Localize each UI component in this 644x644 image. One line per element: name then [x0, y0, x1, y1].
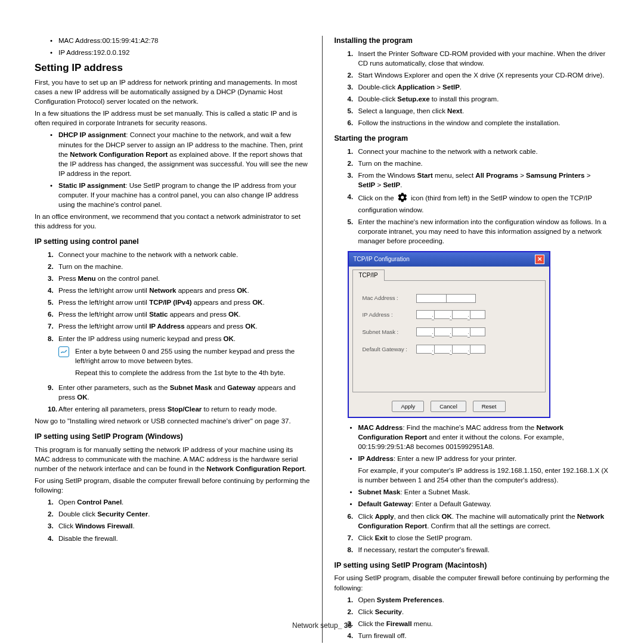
bullet-ip: IP Address:192.0.0.192 [48, 48, 310, 57]
static-item: Static IP assignment: Use SetIP program … [48, 181, 310, 209]
cancel-button[interactable]: Cancel [431, 401, 466, 412]
step: Click on the icon (third from left) in t… [348, 192, 610, 215]
close-icon[interactable]: ✕ [535, 255, 544, 264]
heading-installing: Installing the program [335, 36, 610, 47]
ip-input[interactable]: ... [416, 310, 485, 320]
step: Enter other parameters, such as the Subn… [48, 383, 310, 402]
heading-starting: Starting the program [335, 134, 610, 144]
step: Click Apply, and then click OK. The mach… [348, 512, 610, 531]
gateway-input[interactable]: ... [416, 345, 485, 355]
page-body: MAC Address:00:15:99:41:A2:78 IP Address… [35, 36, 609, 643]
step: From the Windows Start menu, select All … [348, 171, 610, 190]
para: For using SetIP program, disable the com… [35, 476, 310, 495]
step: Follow the instructions in the window an… [348, 118, 610, 128]
para: Now go to "Installing wired network or U… [35, 416, 310, 426]
tcpip-dialog: TCP/IP Configuration ✕ TCP/IP Mac Addres… [348, 251, 550, 418]
step: Double-click Application > SetIP. [348, 82, 610, 92]
subnet-input[interactable]: ... [416, 327, 485, 338]
step: Disable the firewall. [48, 534, 310, 543]
mac-input[interactable] [416, 294, 476, 303]
step: Press the left/right arrow until Network… [48, 286, 310, 295]
step: Enter the machine's new information into… [348, 217, 610, 246]
steps-control-panel-cont: Enter other parameters, such as the Subn… [35, 383, 310, 414]
step: Click Security. [348, 607, 610, 617]
para: This program is for manually setting the… [35, 445, 310, 473]
right-column: Installing the program Insert the Printe… [335, 36, 610, 643]
step: Enter the IP address using numeric keypa… [48, 334, 310, 343]
step: Double-click Setup.exe to install this p… [348, 94, 610, 104]
bullet-mac: MAC Address:00:15:99:41:A2:78 [48, 36, 310, 45]
left-column: MAC Address:00:15:99:41:A2:78 IP Address… [35, 36, 310, 643]
step: Press the left/right arrow until IP Addr… [48, 321, 310, 331]
apply-button[interactable]: Apply [392, 401, 424, 412]
step: Turn firewall off. [348, 631, 610, 640]
step: Connect your machine to the network with… [48, 250, 310, 259]
reset-button[interactable]: Reset [473, 401, 506, 412]
step: Press Menu on the control panel. [48, 274, 310, 283]
steps-firewall-mac: Open System Preferences. Click Security.… [335, 595, 610, 640]
note-box: Enter a byte between 0 and 255 using the… [35, 346, 310, 380]
desc-subnet: Subnet Mask: Enter a Subnet Mask. [348, 487, 610, 497]
step: Turn on the machine. [348, 159, 610, 168]
column-divider [322, 36, 323, 643]
steps-install: Insert the Printer Software CD-ROM provi… [335, 49, 610, 128]
para: In an office environment, we recommend t… [35, 212, 310, 231]
step: Open Control Panel. [48, 497, 310, 507]
label-mac: Mac Address : [363, 294, 416, 302]
dialog-tabs: TCP/IP [349, 267, 549, 280]
assignment-list: DHCP IP assignment: Connect your machine… [35, 130, 310, 209]
tab-tcpip[interactable]: TCP/IP [352, 270, 385, 281]
step: Turn on the machine. [48, 262, 310, 271]
heading-setting-ip: Setting IP address [35, 61, 310, 75]
steps-firewall-win: Open Control Panel. Double click Securit… [35, 497, 310, 543]
label-ip: IP Address : [363, 311, 416, 318]
desc-ip: IP Address: Enter a new IP address for y… [348, 454, 610, 485]
note-text: Enter a byte between 0 and 255 using the… [75, 346, 310, 380]
dialog-body: Mac Address : IP Address :... Subnet Mas… [352, 280, 546, 392]
page-footer: Network setup_ 36 [0, 621, 644, 631]
step: If necessary, restart the computer's fir… [348, 545, 610, 555]
gear-icon [397, 192, 408, 205]
step: Start Windows Explorer and open the X dr… [348, 70, 610, 80]
step: Click Exit to close the SetIP program. [348, 533, 610, 543]
dhcp-item: DHCP IP assignment: Connect your machine… [48, 130, 310, 178]
para: In a few situations the IP address must … [35, 109, 310, 128]
label-gateway: Default Gateway : [363, 345, 416, 353]
desc-mac: MAC Address: Find the machine's MAC addr… [348, 423, 610, 451]
heading-setip-windows: IP setting using SetIP Program (Windows) [35, 432, 310, 442]
note-icon [58, 346, 69, 357]
dialog-title: TCP/IP Configuration [354, 255, 410, 264]
steps-control-panel: Connect your machine to the network with… [35, 250, 310, 343]
step: Double click Security Center. [48, 509, 310, 519]
heading-setip-mac: IP setting using SetIP Program (Macintos… [335, 561, 610, 571]
step: Open System Preferences. [348, 595, 610, 605]
para: For using SetIP program, disable the com… [335, 573, 610, 592]
step: Connect your machine to the network with… [348, 147, 610, 156]
para: First, you have to set up an IP address … [35, 78, 310, 106]
desc-gateway: Default Gateway: Enter a Default Gateway… [348, 499, 610, 509]
heading-control-panel: IP setting using control panel [35, 237, 310, 247]
field-descriptions: MAC Address: Find the machine's MAC addr… [335, 423, 610, 509]
step: After entering all parameters, press Sto… [48, 404, 310, 414]
step: Press the left/right arrow until TCP/IP … [48, 298, 310, 307]
step: Select a language, then click Next. [348, 106, 610, 116]
label-subnet: Subnet Mask : [363, 328, 416, 336]
steps-start-cont: Click Apply, and then click OK. The mach… [335, 512, 610, 555]
step: Press the left/right arrow until Static … [48, 309, 310, 319]
steps-start: Connect your machine to the network with… [335, 147, 610, 246]
top-bullets: MAC Address:00:15:99:41:A2:78 IP Address… [35, 36, 310, 57]
dialog-buttons: Apply Cancel Reset [349, 396, 549, 417]
dialog-titlebar: TCP/IP Configuration ✕ [349, 252, 549, 267]
step: Click Windows Firewall. [48, 521, 310, 531]
step: Insert the Printer Software CD-ROM provi… [348, 49, 610, 68]
